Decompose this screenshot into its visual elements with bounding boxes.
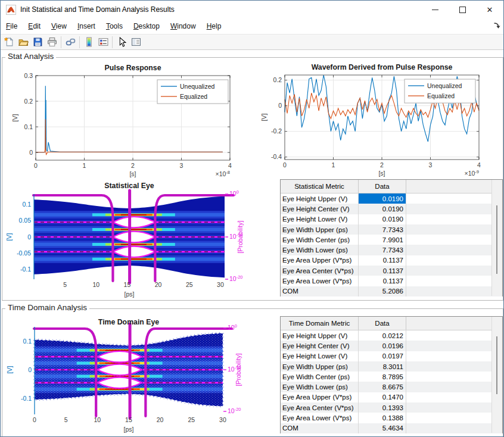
open-file-button[interactable]: [16, 36, 30, 49]
insert-legend-button[interactable]: [96, 36, 110, 49]
td-table-metric-cell[interactable]: Eye Area Lower (V*ps): [281, 413, 359, 423]
stat-table-row: Eye Height Lower (V)0.0190: [281, 214, 502, 224]
td-table-metric-cell[interactable]: Eye Width Center (ps): [281, 372, 359, 382]
stat-table-data-cell[interactable]: 0.1137: [359, 276, 406, 286]
print-figure-button[interactable]: [45, 36, 59, 49]
maximize-button[interactable]: [449, 1, 476, 18]
td-table-scrollbar-thumb[interactable]: [496, 336, 497, 394]
stat-table-metric-cell[interactable]: COM: [281, 286, 359, 296]
minimize-button[interactable]: [421, 1, 449, 18]
svg-text:1: 1: [332, 161, 335, 168]
maximize-icon: [459, 7, 466, 13]
x-axis-exponent: ×10-8: [216, 170, 230, 177]
td-table-data-cell[interactable]: 0.1393: [359, 402, 406, 413]
edit-plot-icon: [117, 37, 127, 47]
stat-table-metric-cell[interactable]: Eye Width Center (ps): [281, 235, 359, 245]
stat-table-metric-cell[interactable]: Eye Area Lower (V*ps): [281, 276, 359, 286]
time-domain-metrics-table: Time Domain MetricDataEye Height Upper (…: [280, 316, 503, 433]
stat-table-metric-cell[interactable]: Eye Width Upper (ps): [281, 224, 359, 235]
td-table-metric-cell[interactable]: Eye Height Center (V): [281, 341, 359, 351]
stat-table-metric-cell[interactable]: Eye Area Upper (V*ps): [281, 255, 359, 266]
insert-colorbar-button[interactable]: [82, 36, 96, 49]
stat-table-data-cell[interactable]: 0.1137: [359, 255, 406, 266]
td-table-metric-cell[interactable]: Eye Height Upper (V): [281, 330, 359, 341]
svg-text:0: 0: [33, 416, 36, 423]
menu-item-edit[interactable]: Edit: [23, 20, 46, 33]
property-inspector-button[interactable]: [129, 36, 143, 49]
edit-plot-button[interactable]: [114, 36, 129, 49]
svg-text:10: 10: [92, 281, 99, 288]
y-tick-labels: 0.10-0.1: [21, 338, 32, 402]
close-icon: ✕: [487, 6, 493, 14]
chart-title: Waveform Derived from Pulse Response: [312, 63, 453, 71]
td-table-metric-cell[interactable]: COM: [281, 423, 359, 433]
td-table-metric-cell[interactable]: Eye Width Lower (ps): [281, 382, 359, 392]
new-figure-button[interactable]: [2, 36, 16, 49]
svg-text:10-20: 10-20: [229, 274, 243, 282]
stat-table-data-cell[interactable]: 0.0190: [359, 204, 406, 214]
save-figure-button[interactable]: [30, 36, 45, 49]
stat-table-metric-cell[interactable]: Eye Height Center (V): [281, 204, 359, 214]
save-figure-icon: [33, 37, 43, 47]
stat-table-metric-cell[interactable]: Eye Width Lower (ps): [281, 245, 359, 255]
td-table-header-metric: Time Domain Metric: [281, 317, 359, 330]
x-axis-exponent: ×10-9: [465, 169, 479, 177]
stat-table-data-cell[interactable]: 7.9901: [359, 235, 406, 245]
svg-text:Unequalized: Unequalized: [180, 83, 215, 90]
menu-item-desktop[interactable]: Desktop: [128, 20, 165, 33]
dock-arrow-icon[interactable]: [493, 22, 501, 30]
td-table-data-cell[interactable]: 0.0196: [359, 341, 406, 351]
svg-text:100: 100: [228, 323, 237, 331]
close-button[interactable]: ✕: [476, 1, 503, 18]
svg-text:-0.1: -0.1: [20, 266, 31, 273]
stat-table-row: Eye Height Upper (V)0.0190: [281, 193, 502, 204]
stat-table-row: Eye Width Lower (ps)7.7343: [281, 245, 502, 255]
td-table-row: Eye Height Center (V)0.0196: [281, 341, 502, 351]
svg-text:20: 20: [157, 416, 164, 423]
td-table-metric-cell[interactable]: Eye Area Center (V*ps): [281, 402, 359, 413]
td-table-data-cell[interactable]: 0.1388: [359, 413, 406, 423]
stat-table-data-cell[interactable]: 0.0190: [359, 193, 406, 204]
link-plot-icon: [66, 37, 76, 47]
stat-table-metric-cell[interactable]: Eye Height Upper (V): [281, 193, 359, 204]
stat-table-data-cell[interactable]: 0.0190: [359, 214, 406, 224]
stat-table-metric-cell[interactable]: Eye Area Center (V*ps): [281, 266, 359, 276]
svg-text:100: 100: [229, 189, 239, 197]
td-table-metric-cell[interactable]: Eye Area Upper (V*ps): [281, 392, 359, 402]
td-table-data-cell[interactable]: 8.6675: [359, 382, 406, 392]
td-table-data-cell[interactable]: 0.1470: [359, 392, 406, 402]
stat-table-header-data: Data: [359, 180, 406, 193]
chart-title: Pulse Response: [105, 64, 161, 72]
td-table-data-cell[interactable]: 8.7895: [359, 372, 406, 382]
td-table-metric-cell[interactable]: Eye Height Lower (V): [281, 351, 359, 361]
menu-item-help[interactable]: Help: [201, 20, 227, 33]
stat-table-data-cell[interactable]: 0.1137: [359, 266, 406, 276]
stat-table-data-cell[interactable]: 5.2086: [359, 286, 406, 296]
td-table-data-cell[interactable]: 8.3011: [359, 361, 406, 372]
td-table-row: COM5.4634: [281, 423, 502, 433]
menu-item-window[interactable]: Window: [165, 20, 201, 33]
td-table-row: Eye Width Center (ps)8.7895: [281, 372, 502, 382]
y-axis-label: [V]: [11, 114, 18, 122]
stat-table-data-cell[interactable]: 7.7343: [359, 224, 406, 235]
td-table-data-cell[interactable]: 0.0212: [359, 330, 406, 341]
statistical-metrics-table: Statistical MetricDataEye Height Upper (…: [280, 179, 503, 296]
menu-item-file[interactable]: File: [1, 20, 23, 33]
stat-table-scrollbar[interactable]: [491, 180, 502, 296]
menu-item-tools[interactable]: Tools: [101, 20, 128, 33]
link-plot-button[interactable]: [63, 36, 77, 49]
menu-item-view[interactable]: View: [46, 20, 72, 33]
menu-item-insert[interactable]: Insert: [72, 20, 101, 33]
menu-bar: FileEditViewInsertToolsDesktopWindowHelp: [1, 18, 503, 35]
stat-table-row: Eye Width Upper (ps)7.7343: [281, 224, 502, 235]
stat-table-data-cell[interactable]: 7.7343: [359, 245, 406, 255]
stat-table-scrollbar-thumb[interactable]: [496, 205, 497, 274]
svg-text:-0.05: -0.05: [17, 249, 31, 257]
td-table-data-cell[interactable]: 0.0197: [359, 351, 406, 361]
td-table-metric-cell[interactable]: Eye Width Upper (ps): [281, 361, 359, 372]
td-table-scrollbar[interactable]: [491, 317, 502, 433]
y-axis-label: [V]: [5, 233, 13, 241]
td-table-data-cell[interactable]: 5.4634: [359, 423, 406, 433]
td-table-row: Eye Area Center (V*ps)0.1393: [281, 402, 502, 413]
stat-table-metric-cell[interactable]: Eye Height Lower (V): [281, 214, 359, 224]
